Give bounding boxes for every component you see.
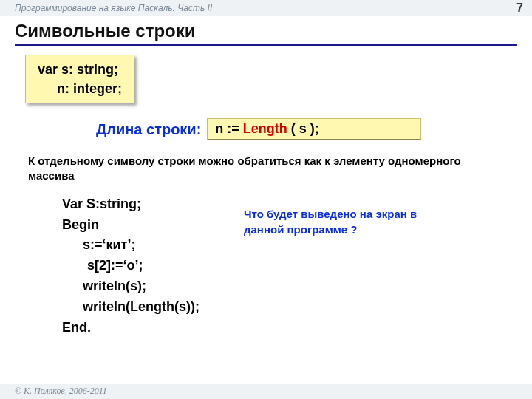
prog-line-4: s[2]:=‘о’;	[62, 256, 200, 276]
decl-line-2: n: integer;	[38, 79, 122, 98]
header-bar: Программирование на языке Паскаль. Часть…	[0, 0, 532, 16]
footer-bar: © К. Поляков, 2006-2011	[0, 384, 532, 399]
page-number: 7	[516, 1, 523, 15]
length-label: Длина строки:	[96, 121, 201, 138]
slide-title: Символьные строки	[15, 21, 517, 46]
code-keyword: Length	[243, 121, 287, 136]
course-title: Программирование на языке Паскаль. Часть…	[15, 3, 212, 13]
length-code: n := Length ( s );	[207, 118, 421, 140]
note-text: К отдельному символу строки можно обрати…	[28, 154, 504, 184]
prog-line-3: s:=‘кит’;	[62, 235, 200, 256]
question-text: Что будет выведено на экран в данной про…	[244, 206, 436, 237]
code-prefix: n :=	[215, 121, 243, 136]
prog-line-7: End.	[62, 320, 91, 335]
content-columns: Var S:string; Begin s:=‘кит’; s[2]:=‘о’;…	[62, 194, 517, 338]
program-listing: Var S:string; Begin s:=‘кит’; s[2]:=‘о’;…	[62, 194, 200, 338]
copyright-text: © К. Поляков, 2006-2011	[15, 386, 107, 396]
prog-line-6: writeln(Length(s));	[62, 297, 200, 318]
declaration-box: var s: string; n: integer;	[25, 55, 134, 103]
decl-line-1: var s: string;	[38, 62, 118, 77]
length-row: Длина строки: n := Length ( s );	[96, 118, 517, 140]
slide-body: Символьные строки var s: string; n: inte…	[0, 16, 532, 399]
prog-line-2: Begin	[62, 217, 99, 232]
code-suffix: ( s );	[287, 121, 319, 136]
prog-line-1: Var S:string;	[62, 197, 141, 211]
prog-line-5: writeln(s);	[62, 276, 200, 297]
